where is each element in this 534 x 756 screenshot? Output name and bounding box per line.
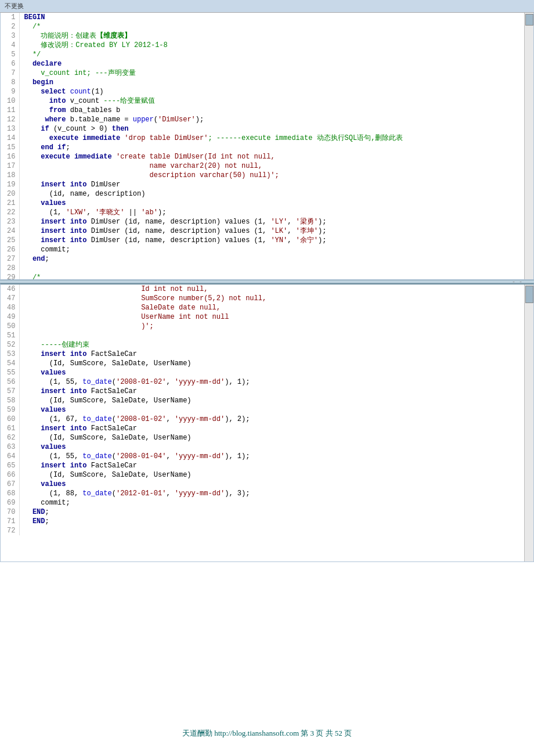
- table-row: 27 end;: [1, 254, 524, 264]
- line-code: 修改说明：Created BY LY 2012-1-8: [19, 41, 524, 50]
- line-code: values: [19, 442, 524, 452]
- table-row: 46 Id int not null,: [1, 285, 524, 294]
- line-number: 10: [1, 96, 19, 106]
- line-code: values: [19, 199, 524, 208]
- line-code: v_count int; ---声明变量: [19, 69, 524, 78]
- table-row: 14 execute immediate 'drop table DimUser…: [1, 134, 524, 143]
- table-row: 11 from dba_tables b: [1, 106, 524, 115]
- line-code: where b.table_name = upper('DimUser');: [19, 115, 524, 124]
- table-row: 72: [1, 526, 524, 535]
- table-row: 4 修改说明：Created BY LY 2012-1-8: [1, 41, 524, 50]
- topbar-label: 不更换: [5, 2, 24, 10]
- line-code: insert into FactSaleCar: [19, 424, 524, 433]
- line-code: insert into FactSaleCar: [19, 461, 524, 470]
- line-number: 62: [1, 433, 19, 442]
- line-number: 54: [1, 359, 19, 368]
- line-code: commit;: [19, 498, 524, 507]
- line-number: 55: [1, 368, 19, 377]
- line-code: select count(1): [19, 87, 524, 96]
- code-pane-bottom[interactable]: 46 Id int not null,47 SumScore number(5,…: [1, 285, 524, 561]
- line-number: 4: [1, 41, 19, 50]
- line-number: 46: [1, 285, 19, 294]
- line-code: execute immediate 'drop table DimUser'; …: [19, 134, 524, 143]
- line-code: [19, 264, 524, 273]
- line-number: 23: [1, 217, 19, 226]
- table-row: 10 into v_count ----给变量赋值: [1, 96, 524, 106]
- table-row: 5 */: [1, 50, 524, 59]
- line-number: 70: [1, 507, 19, 517]
- line-number: 17: [1, 161, 19, 171]
- line-code: insert into DimUser: [19, 180, 524, 189]
- line-code: (1, 55, to_date('2008-01-02', 'yyyy-mm-d…: [19, 377, 524, 387]
- table-row: 2 /*: [1, 22, 524, 31]
- line-number: 24: [1, 226, 19, 236]
- line-code: insert into DimUser (id, name, descripti…: [19, 236, 524, 245]
- line-number: 72: [1, 526, 19, 535]
- table-row: 59 values: [1, 405, 524, 415]
- line-code: (1, 'LXW', '李晓文' || 'ab');: [19, 208, 524, 217]
- table-row: 7 v_count int; ---声明变量: [1, 69, 524, 78]
- line-number: 69: [1, 498, 19, 507]
- table-row: 48 SaleDate date null,: [1, 303, 524, 312]
- line-code: description varchar(50) null)';: [19, 171, 524, 180]
- code-pane-top[interactable]: 1BEGIN2 /*3 功能说明：创建表【维度表】4 修改说明：Created …: [1, 13, 524, 279]
- line-code: SaleDate date null,: [19, 303, 524, 312]
- table-row: 53 insert into FactSaleCar: [1, 350, 524, 359]
- line-number: 66: [1, 470, 19, 480]
- scrollbar-thumb-top[interactable]: [525, 14, 533, 26]
- line-code: )';: [19, 322, 524, 331]
- line-code: insert into DimUser (id, name, descripti…: [19, 226, 524, 236]
- line-number: 25: [1, 236, 19, 245]
- line-code: (1, 88, to_date('2012-01-01', 'yyyy-mm-d…: [19, 489, 524, 498]
- table-row: 57 insert into FactSaleCar: [1, 387, 524, 396]
- table-row: 8 begin: [1, 78, 524, 87]
- table-row: 64 (1, 55, to_date('2008-01-04', 'yyyy-m…: [1, 452, 524, 461]
- line-number: 5: [1, 50, 19, 59]
- scrollbar-thumb-bottom[interactable]: [525, 286, 533, 303]
- line-number: 64: [1, 452, 19, 461]
- line-number: 49: [1, 312, 19, 322]
- table-row: 25 insert into DimUser (id, name, descri…: [1, 236, 524, 245]
- line-code: -----创建约束: [19, 340, 524, 350]
- line-code: begin: [19, 78, 524, 87]
- line-number: 59: [1, 405, 19, 415]
- line-number: 65: [1, 461, 19, 470]
- table-row: 62 (Id, SumScore, SaleDate, UserName): [1, 433, 524, 442]
- table-row: 65 insert into FactSaleCar: [1, 461, 524, 470]
- table-row: 18 description varchar(50) null)';: [1, 171, 524, 180]
- scrollbar-bottom[interactable]: [524, 285, 533, 561]
- line-code: from dba_tables b: [19, 106, 524, 115]
- line-number: 29: [1, 273, 19, 279]
- table-row: 23 insert into DimUser (id, name, descri…: [1, 217, 524, 226]
- table-row: 55 values: [1, 368, 524, 377]
- line-number: 22: [1, 208, 19, 217]
- table-row: 61 insert into FactSaleCar: [1, 424, 524, 433]
- table-row: 52 -----创建约束: [1, 340, 524, 350]
- line-code: declare: [19, 59, 524, 69]
- line-number: 47: [1, 294, 19, 303]
- line-number: 56: [1, 377, 19, 387]
- table-row: 21 values: [1, 199, 524, 208]
- table-row: 13 if (v_count > 0) then: [1, 124, 524, 134]
- scrollbar-top[interactable]: [524, 13, 533, 279]
- line-number: 57: [1, 387, 19, 396]
- line-number: 15: [1, 143, 19, 152]
- table-row: 69 commit;: [1, 498, 524, 507]
- line-number: 61: [1, 424, 19, 433]
- line-number: 16: [1, 152, 19, 161]
- line-code: SumScore number(5,2) not null,: [19, 294, 524, 303]
- line-code: [19, 526, 524, 535]
- line-code: Id int not null,: [19, 285, 524, 294]
- line-number: 53: [1, 350, 19, 359]
- line-number: 63: [1, 442, 19, 452]
- line-number: 7: [1, 69, 19, 78]
- line-number: 52: [1, 340, 19, 350]
- line-number: 9: [1, 87, 19, 96]
- line-code: END;: [19, 517, 524, 526]
- table-row: 70 END;: [1, 507, 524, 517]
- line-code: insert into DimUser (id, name, descripti…: [19, 217, 524, 226]
- line-number: 6: [1, 59, 19, 69]
- line-code: (Id, SumScore, SaleDate, UserName): [19, 396, 524, 405]
- table-row: 26 commit;: [1, 245, 524, 254]
- line-number: 2: [1, 22, 19, 31]
